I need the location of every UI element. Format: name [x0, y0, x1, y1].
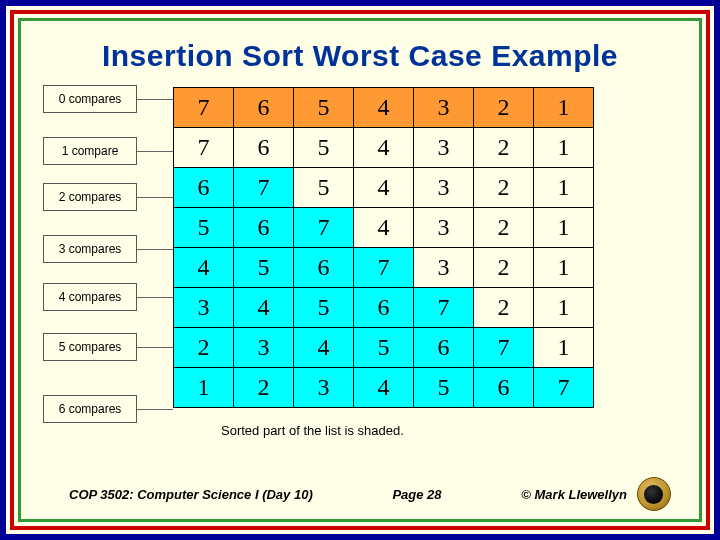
cell: 4 — [354, 128, 414, 168]
label-3-compares: 3 compares — [43, 235, 137, 263]
cell: 3 — [414, 128, 474, 168]
cell: 4 — [174, 248, 234, 288]
cell: 6 — [234, 88, 294, 128]
label-5-compares: 5 compares — [43, 333, 137, 361]
cell: 7 — [414, 288, 474, 328]
cell: 1 — [534, 208, 594, 248]
sort-grid: 7 6 5 4 3 2 1 7 6 5 4 3 2 1 — [173, 87, 594, 408]
cell: 1 — [534, 248, 594, 288]
content-area: 0 compares 1 compare 2 compares 3 compar… — [21, 85, 699, 465]
label-1-compare: 1 compare — [43, 137, 137, 165]
cell: 6 — [234, 128, 294, 168]
footer-copyright: © Mark Llewellyn — [521, 487, 627, 502]
cell: 2 — [474, 208, 534, 248]
cell: 3 — [414, 208, 474, 248]
school-seal-icon — [637, 477, 671, 511]
footer-page: Page 28 — [313, 487, 522, 502]
cell: 2 — [174, 328, 234, 368]
cell: 6 — [174, 168, 234, 208]
cell: 4 — [354, 88, 414, 128]
cell: 1 — [534, 128, 594, 168]
cell: 2 — [474, 288, 534, 328]
table-row: 3 4 5 6 7 2 1 — [174, 288, 594, 328]
label-4-compares: 4 compares — [43, 283, 137, 311]
cell: 7 — [534, 368, 594, 408]
cell: 6 — [294, 248, 354, 288]
cell: 3 — [294, 368, 354, 408]
connector-line — [137, 197, 173, 198]
table-row: 4 5 6 7 3 2 1 — [174, 248, 594, 288]
cell: 7 — [174, 88, 234, 128]
footer-right-group: © Mark Llewellyn — [521, 477, 671, 511]
cell: 5 — [294, 168, 354, 208]
cell: 2 — [234, 368, 294, 408]
cell: 5 — [294, 128, 354, 168]
cell: 1 — [534, 88, 594, 128]
cell: 3 — [414, 168, 474, 208]
cell: 4 — [234, 288, 294, 328]
cell: 7 — [174, 128, 234, 168]
cell: 1 — [534, 168, 594, 208]
cell: 2 — [474, 128, 534, 168]
cell: 2 — [474, 88, 534, 128]
cell: 3 — [414, 88, 474, 128]
cell: 2 — [474, 168, 534, 208]
connector-line — [137, 409, 173, 410]
label-0-compares: 0 compares — [43, 85, 137, 113]
table-row: 1 2 3 4 5 6 7 — [174, 368, 594, 408]
connector-line — [137, 297, 173, 298]
footer-left: COP 3502: Computer Science I (Day 10) — [69, 487, 313, 502]
cell: 1 — [534, 328, 594, 368]
cell: 5 — [174, 208, 234, 248]
label-2-compares: 2 compares — [43, 183, 137, 211]
cell: 6 — [414, 328, 474, 368]
cell: 4 — [354, 208, 414, 248]
table-row: 2 3 4 5 6 7 1 — [174, 328, 594, 368]
label-6-compares: 6 compares — [43, 395, 137, 423]
slide-body: Insertion Sort Worst Case Example 0 comp… — [18, 18, 702, 522]
cell: 6 — [474, 368, 534, 408]
cell: 7 — [474, 328, 534, 368]
connector-line — [137, 99, 173, 100]
connector-line — [137, 151, 173, 152]
cell: 3 — [414, 248, 474, 288]
connector-line — [137, 249, 173, 250]
page-title: Insertion Sort Worst Case Example — [21, 21, 699, 85]
cell: 4 — [354, 368, 414, 408]
footer-bar: COP 3502: Computer Science I (Day 10) Pa… — [21, 477, 699, 511]
table-row: 6 7 5 4 3 2 1 — [174, 168, 594, 208]
slide-frame: Insertion Sort Worst Case Example 0 comp… — [0, 0, 720, 540]
caption-text: Sorted part of the list is shaded. — [221, 423, 404, 438]
cell: 7 — [354, 248, 414, 288]
cell: 1 — [534, 288, 594, 328]
cell: 4 — [294, 328, 354, 368]
cell: 6 — [234, 208, 294, 248]
cell: 5 — [294, 88, 354, 128]
connector-line — [137, 347, 173, 348]
table-row: 7 6 5 4 3 2 1 — [174, 128, 594, 168]
cell: 5 — [414, 368, 474, 408]
cell: 3 — [234, 328, 294, 368]
cell: 6 — [354, 288, 414, 328]
cell: 5 — [354, 328, 414, 368]
cell: 2 — [474, 248, 534, 288]
cell: 7 — [234, 168, 294, 208]
cell: 7 — [294, 208, 354, 248]
table-row: 7 6 5 4 3 2 1 — [174, 88, 594, 128]
cell: 5 — [294, 288, 354, 328]
table-row: 5 6 7 4 3 2 1 — [174, 208, 594, 248]
slide-frame-inner: Insertion Sort Worst Case Example 0 comp… — [10, 10, 710, 530]
cell: 1 — [174, 368, 234, 408]
cell: 5 — [234, 248, 294, 288]
cell: 4 — [354, 168, 414, 208]
cell: 3 — [174, 288, 234, 328]
